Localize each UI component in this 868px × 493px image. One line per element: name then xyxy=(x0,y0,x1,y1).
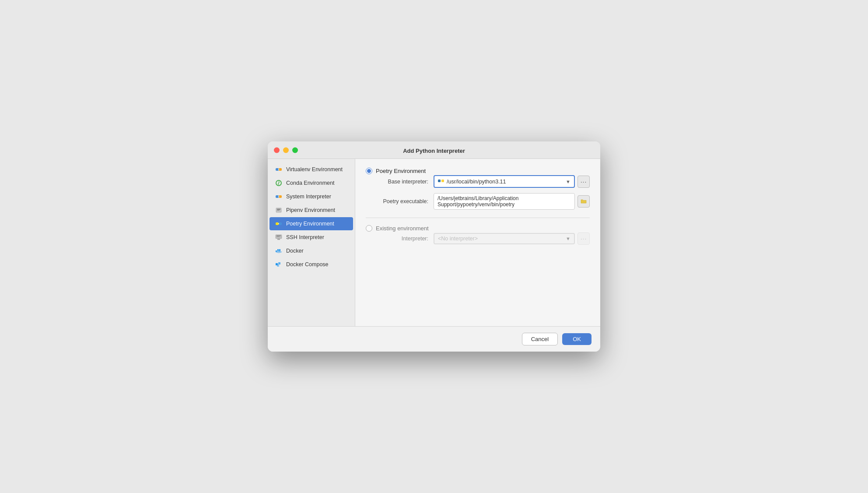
base-interpreter-dropdown[interactable]: /usr/local/bin/python3.11 ▼ xyxy=(434,175,575,188)
svg-rect-21 xyxy=(277,264,279,267)
close-button[interactable] xyxy=(274,147,280,153)
svg-rect-9 xyxy=(279,222,282,225)
sidebar-item-label: Pipenv Environment xyxy=(286,207,335,213)
pipenv-icon xyxy=(275,206,283,214)
sidebar-item-label: Poetry Environment xyxy=(286,221,334,227)
svg-rect-15 xyxy=(277,250,279,252)
sidebar-item-pipenv[interactable]: Pipenv Environment xyxy=(270,204,353,217)
interpreter-placeholder: <No interpreter> xyxy=(438,236,563,242)
sidebar-item-ssh[interactable]: SSH Interpreter xyxy=(270,231,353,244)
svg-rect-12 xyxy=(276,236,280,237)
sidebar-item-docker[interactable]: Docker xyxy=(270,244,353,257)
existing-env-radio[interactable] xyxy=(366,225,372,232)
system-icon xyxy=(275,193,283,201)
sidebar-item-label: System Interpreter xyxy=(286,194,331,200)
sidebar-item-poetry[interactable]: Poetry Environment xyxy=(270,217,353,230)
python-icon xyxy=(438,178,444,185)
interpreter-row: Interpreter: <No interpreter> ▼ ··· xyxy=(366,232,590,245)
existing-env-label: Existing environment xyxy=(376,225,429,232)
poetry-icon xyxy=(275,220,283,228)
base-interpreter-input-group: /usr/local/bin/python3.11 ▼ ··· xyxy=(434,175,590,188)
poetry-env-radio-label[interactable]: Poetry Environment xyxy=(366,168,590,174)
svg-rect-4 xyxy=(279,195,282,198)
cancel-button[interactable]: Cancel xyxy=(522,333,558,345)
poetry-executable-input[interactable]: /Users/jetbrains/Library/Application Sup… xyxy=(434,193,575,210)
window-controls xyxy=(274,147,298,153)
virtualenv-icon xyxy=(275,166,283,173)
dialog-footer: Cancel OK xyxy=(268,326,600,352)
svg-rect-0 xyxy=(276,168,279,171)
svg-rect-20 xyxy=(278,262,280,264)
poetry-env-label: Poetry Environment xyxy=(376,168,426,174)
poetry-executable-value: /Users/jetbrains/Library/Application Sup… xyxy=(438,195,571,208)
svg-rect-1 xyxy=(279,168,282,171)
ssh-icon xyxy=(275,233,283,241)
base-interpreter-label: Base interpreter: xyxy=(374,179,434,185)
compose-icon xyxy=(275,261,283,268)
minimize-button[interactable] xyxy=(283,147,289,153)
svg-rect-23 xyxy=(441,180,444,182)
interpreter-label: Interpreter: xyxy=(374,236,434,242)
sidebar-item-label: SSH Interpreter xyxy=(286,234,324,240)
poetry-env-radio[interactable] xyxy=(366,168,372,174)
sidebar-item-label: Virtualenv Environment xyxy=(286,166,343,173)
docker-icon xyxy=(275,247,283,255)
sidebar-item-virtualenv[interactable]: Virtualenv Environment xyxy=(270,163,353,176)
sidebar: Virtualenv Environment Conda Environment xyxy=(268,159,355,326)
sidebar-item-label: Docker xyxy=(286,248,304,254)
base-interpreter-row: Base interpreter: /usr/local/bin/python3… xyxy=(366,175,590,188)
svg-rect-7 xyxy=(277,210,280,211)
title-bar: Add Python Interpreter xyxy=(268,141,600,159)
maximize-button[interactable] xyxy=(292,147,298,153)
dialog: Add Python Interpreter Virtualenv Enviro… xyxy=(268,141,600,352)
svg-rect-16 xyxy=(279,250,280,252)
folder-icon xyxy=(581,198,587,204)
svg-rect-17 xyxy=(277,249,279,250)
main-content: Poetry Environment Base interpreter: xyxy=(355,159,600,326)
poetry-executable-label: Poetry executable: xyxy=(374,198,434,204)
svg-rect-8 xyxy=(276,222,279,225)
dialog-body: Virtualenv Environment Conda Environment xyxy=(268,159,600,326)
section-divider xyxy=(366,218,590,218)
dialog-title: Add Python Interpreter xyxy=(403,148,465,154)
existing-env-radio-label[interactable]: Existing environment xyxy=(366,225,590,232)
interpreter-input-group: <No interpreter> ▼ ··· xyxy=(434,232,590,245)
sidebar-item-system[interactable]: System Interpreter xyxy=(270,190,353,203)
conda-icon xyxy=(275,179,283,187)
svg-rect-3 xyxy=(276,195,279,198)
svg-rect-18 xyxy=(279,249,280,250)
svg-rect-13 xyxy=(277,239,280,240)
interpreter-browse-btn: ··· xyxy=(578,232,590,245)
base-interpreter-browse-btn[interactable]: ··· xyxy=(578,176,590,188)
svg-rect-22 xyxy=(438,180,441,182)
interpreter-dropdown-arrow: ▼ xyxy=(566,236,570,241)
svg-rect-11 xyxy=(276,236,281,236)
sidebar-item-label: Docker Compose xyxy=(286,261,329,268)
svg-rect-6 xyxy=(277,209,280,210)
existing-env-section: Existing environment Interpreter: <No in… xyxy=(366,225,590,245)
sidebar-item-compose[interactable]: Docker Compose xyxy=(270,258,353,271)
poetry-executable-row: Poetry executable: /Users/jetbrains/Libr… xyxy=(366,193,590,210)
poetry-env-section: Poetry Environment Base interpreter: xyxy=(366,168,590,210)
dropdown-arrow-icon[interactable]: ▼ xyxy=(566,179,570,184)
sidebar-item-label: Conda Environment xyxy=(286,180,334,186)
svg-rect-14 xyxy=(276,250,277,252)
base-interpreter-value: /usr/local/bin/python3.11 xyxy=(447,179,563,185)
sidebar-item-conda[interactable]: Conda Environment xyxy=(270,176,353,190)
ok-button[interactable]: OK xyxy=(562,333,592,345)
interpreter-dropdown: <No interpreter> ▼ xyxy=(434,233,575,244)
poetry-executable-input-group: /Users/jetbrains/Library/Application Sup… xyxy=(434,193,590,210)
poetry-executable-browse-btn[interactable] xyxy=(578,195,590,208)
